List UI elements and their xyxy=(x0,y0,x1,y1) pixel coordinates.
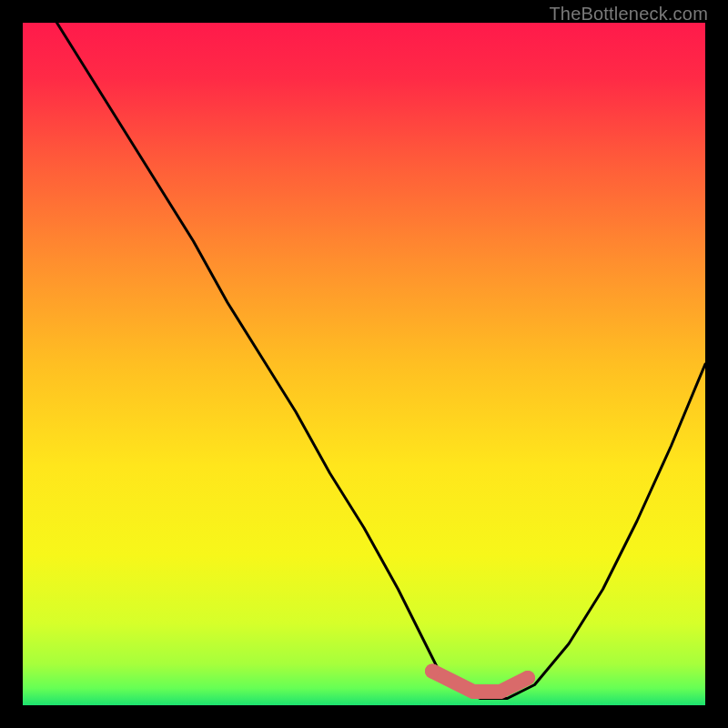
optimal-band-endpoint xyxy=(521,671,535,685)
chart-container: TheBottleneck.com xyxy=(0,0,728,728)
gradient-background xyxy=(23,23,705,705)
watermark-text: TheBottleneck.com xyxy=(549,4,708,25)
optimal-band-endpoint xyxy=(425,664,440,679)
plot-svg xyxy=(23,23,705,705)
bottleneck-plot xyxy=(23,23,705,705)
